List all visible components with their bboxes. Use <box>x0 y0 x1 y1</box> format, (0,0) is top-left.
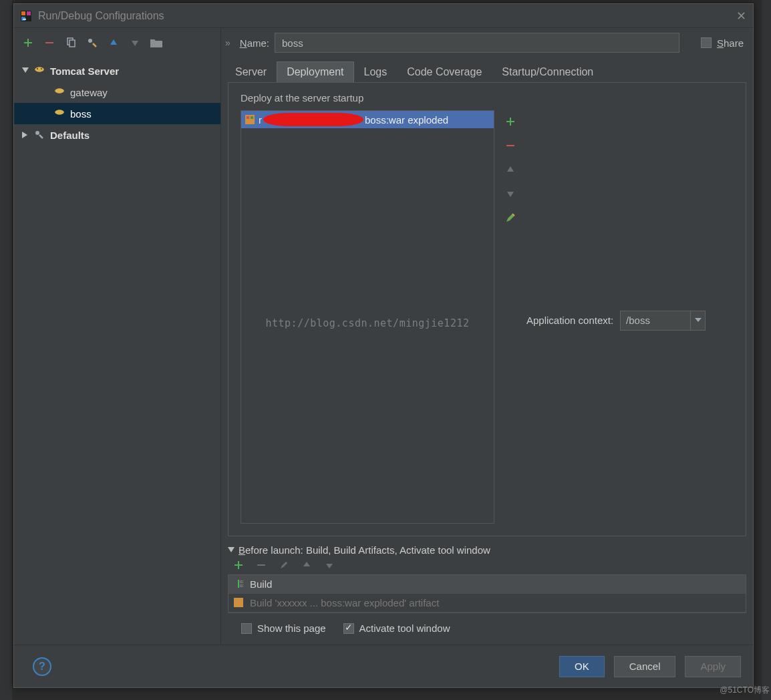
app-context-combo[interactable] <box>620 311 706 331</box>
share-checkbox[interactable] <box>701 37 712 48</box>
svg-rect-16 <box>234 598 243 607</box>
expand-arrow-icon <box>228 547 235 554</box>
app-context-label: Application context: <box>526 315 613 326</box>
copy-icon[interactable] <box>65 37 77 49</box>
artifact-icon <box>245 115 255 124</box>
bl-remove-icon <box>256 560 267 570</box>
before-launch-header[interactable]: Before launch: Build, Build Artifacts, A… <box>228 544 746 556</box>
artifact-up-icon <box>504 164 516 176</box>
share-label: Share <box>717 37 744 49</box>
left-toolbar <box>14 28 220 57</box>
help-button[interactable]: ? <box>33 657 51 676</box>
expand-arrow-icon <box>22 67 29 74</box>
move-up-icon[interactable] <box>108 37 120 49</box>
tab-startup-connection[interactable]: Startup/Connection <box>492 61 603 82</box>
watermark-text: http://blog.csdn.net/mingjie1212 <box>241 317 494 329</box>
run-debug-dialog: Run/Debug Configurations ✕ Tomcat Server <box>13 3 754 688</box>
svg-point-7 <box>88 39 92 43</box>
tree-item-gateway[interactable]: gateway <box>14 81 220 103</box>
tree-group-label: Tomcat Server <box>50 65 119 77</box>
config-tree[interactable]: Tomcat Server gateway boss Defaults <box>14 57 220 645</box>
dialog-title: Run/Debug Configurations <box>38 10 164 22</box>
tabs: Server Deployment Logs Code Coverage Sta… <box>221 57 753 82</box>
redacted-overlay <box>263 113 363 126</box>
tree-item-boss[interactable]: boss <box>14 103 220 124</box>
chevron-down-icon[interactable] <box>690 311 705 330</box>
svg-rect-6 <box>69 40 75 47</box>
artifact-suffix: boss:war exploded <box>365 114 448 126</box>
folder-icon[interactable] <box>150 37 162 49</box>
show-page-checkbox[interactable] <box>241 623 252 634</box>
settings-icon[interactable] <box>86 37 98 49</box>
add-icon[interactable] <box>22 37 34 49</box>
tab-logs[interactable]: Logs <box>354 61 398 82</box>
name-label: Name: <box>240 37 269 49</box>
artifact-icon <box>234 598 245 608</box>
tomcat-icon <box>54 87 65 98</box>
remove-artifact-icon[interactable] <box>504 140 516 152</box>
svg-point-10 <box>35 131 39 135</box>
edit-artifact-icon[interactable] <box>504 212 516 224</box>
name-input[interactable] <box>275 33 679 53</box>
chevrons-icon[interactable]: » <box>225 37 230 48</box>
bl-row-label: Build <box>250 578 272 590</box>
bl-edit-icon <box>279 560 289 570</box>
deploy-artifact-item[interactable]: r boss:war exploded <box>241 111 494 128</box>
corner-watermark: @51CTO博客 <box>720 685 770 696</box>
activate-window-label: Activate tool window <box>359 623 450 634</box>
ok-button[interactable]: OK <box>559 656 605 677</box>
right-panel: » Name: Share Server Deployment Logs Cod… <box>221 28 753 645</box>
bl-row-label: Build 'xxxxxx ... boss:war exploded' art… <box>250 597 439 608</box>
svg-rect-4 <box>23 19 26 20</box>
intellij-icon <box>21 11 31 21</box>
svg-rect-2 <box>27 11 31 15</box>
deploy-vertical-toolbar <box>501 110 520 524</box>
svg-rect-13 <box>251 116 253 119</box>
tree-item-label: gateway <box>70 87 108 98</box>
cancel-button[interactable]: Cancel <box>614 656 676 677</box>
tree-group-tomcat[interactable]: Tomcat Server <box>14 60 220 81</box>
deploy-list[interactable]: r boss:war exploded http://blog.csdn.net… <box>241 110 494 524</box>
bl-row-build[interactable]: 0101 Build <box>228 575 746 594</box>
svg-point-9 <box>41 68 42 69</box>
tree-group-label: Defaults <box>50 130 90 141</box>
bl-row-artifact[interactable]: Build 'xxxxxx ... boss:war exploded' art… <box>228 594 746 612</box>
remove-icon[interactable] <box>43 37 55 49</box>
apply-button[interactable]: Apply <box>685 656 741 677</box>
title-bar: Run/Debug Configurations ✕ <box>14 4 753 28</box>
wrench-icon <box>34 130 45 140</box>
before-launch-list[interactable]: 0101 Build Build 'xxxxxx ... boss:war ex… <box>228 574 746 613</box>
tree-item-label: boss <box>70 108 92 120</box>
move-down-icon <box>129 37 141 49</box>
tab-code-coverage[interactable]: Code Coverage <box>397 61 492 82</box>
background-left-strip <box>0 0 12 700</box>
tab-deployment[interactable]: Deployment <box>277 61 353 82</box>
show-page-label: Show this page <box>257 623 326 634</box>
tree-group-defaults[interactable]: Defaults <box>14 124 220 146</box>
bl-down-icon <box>324 560 335 570</box>
artifact-down-icon <box>504 188 516 200</box>
tab-server[interactable]: Server <box>225 61 277 82</box>
collapse-arrow-icon <box>22 132 29 138</box>
tomcat-icon <box>34 65 45 76</box>
background-right-strip <box>762 0 771 700</box>
add-artifact-icon[interactable] <box>504 116 516 128</box>
svg-rect-12 <box>247 116 249 119</box>
svg-point-8 <box>37 68 38 69</box>
bl-up-icon <box>301 560 312 570</box>
svg-rect-1 <box>21 11 25 15</box>
before-launch-section: Before launch: Build, Build Artifacts, A… <box>228 544 746 634</box>
activate-window-checkbox[interactable] <box>343 623 354 634</box>
left-panel: Tomcat Server gateway boss Defaults <box>14 28 221 645</box>
artifact-prefix: r <box>259 114 262 126</box>
deployment-panel: Deploy at the server startup r boss:war … <box>228 82 746 536</box>
app-context-input[interactable] <box>621 311 690 330</box>
dialog-button-bar: ? OK Cancel Apply <box>14 645 753 687</box>
svg-text:01: 01 <box>240 584 243 588</box>
close-icon[interactable]: ✕ <box>736 9 746 23</box>
build-icon: 0101 <box>234 579 245 590</box>
bl-add-icon[interactable] <box>233 560 244 570</box>
deploy-section-label: Deploy at the server startup <box>241 92 734 104</box>
tomcat-icon <box>54 108 65 119</box>
